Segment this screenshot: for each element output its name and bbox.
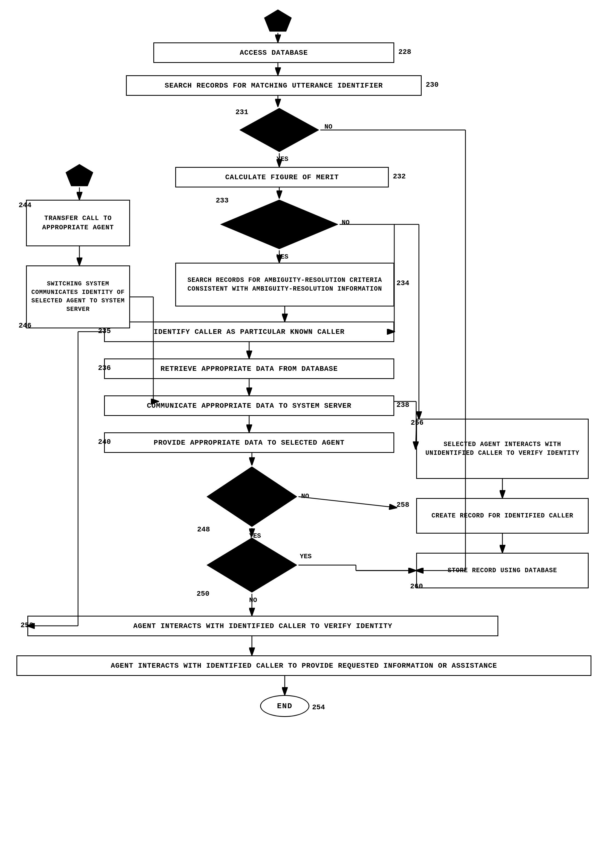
ref-260: 260 xyxy=(410,582,423,591)
ref-256: 256 xyxy=(411,418,424,427)
terminal-end: END xyxy=(260,695,309,717)
svg-line-25 xyxy=(298,497,396,508)
box-256: SELECTED AGENT INTERACTS WITH UNIDENTIFI… xyxy=(416,418,588,479)
ref-232: 232 xyxy=(393,172,406,181)
ref-233-num: 233 xyxy=(216,197,228,205)
yes-acceptable-label: YES xyxy=(300,553,312,560)
box-238: COMMUNICATE APPROPRIATE DATA TO SYSTEM S… xyxy=(104,395,394,416)
box-232: CALCULATE FIGURE OF MERIT xyxy=(175,167,389,188)
box-252: AGENT INTERACTS WITH IDENTIFIED CALLER T… xyxy=(27,616,498,636)
ref-248: 248 xyxy=(197,525,210,533)
diamond-ambiguous: IDENTIFICATION AMBIGUOUS? xyxy=(219,198,340,250)
yes-match-label: YES xyxy=(276,155,288,163)
box-258: CREATE RECORD FOR IDENTIFIED CALLER xyxy=(416,498,588,533)
ref-258: 258 xyxy=(396,501,409,509)
ref-238: 238 xyxy=(396,401,409,409)
ref-236: 236 xyxy=(98,364,111,372)
no-merit-label: NO xyxy=(301,493,309,500)
box-235: IDENTIFY CALLER AS PARTICULAR KNOWN CALL… xyxy=(104,322,394,342)
box-240: PROVIDE APPROPRIATE DATA TO SELECTED AGE… xyxy=(104,432,394,453)
yes-ambiguous-label: YES xyxy=(276,253,288,260)
ref-252: 252 xyxy=(20,621,33,629)
no-ambiguous-label: NO xyxy=(342,219,349,226)
ref-234: 234 xyxy=(396,279,409,287)
ref-240: 240 xyxy=(98,438,111,446)
box-230: SEARCH RECORDS FOR MATCHING UTTERANCE ID… xyxy=(126,75,422,96)
box-234: SEARCH RECORDS FOR AMBIGUITY-RESOLUTION … xyxy=(175,263,394,307)
pentagon-A: A xyxy=(64,163,95,188)
no-acceptable-label: NO xyxy=(249,597,257,604)
diamond-merit: FIGUREOF MERITPROVIDED? xyxy=(205,465,298,528)
ref-244: 244 xyxy=(19,201,31,209)
no-match-label: NO xyxy=(324,123,332,130)
ref-228: 228 xyxy=(398,48,411,56)
box-228: ACCESS DATABASE xyxy=(153,42,394,63)
box-final: AGENT INTERACTS WITH IDENTIFIED CALLER T… xyxy=(16,656,591,676)
ref-250: 250 xyxy=(197,590,210,598)
start-node-B: B xyxy=(263,8,293,33)
box-236: RETRIEVE APPROPRIATE DATA FROM DATABASE xyxy=(104,358,394,379)
box-260: STORE RECORD USING DATABASE xyxy=(416,553,588,588)
diamond-acceptable: ACCEPTABLE? xyxy=(205,536,298,594)
diamond-match: MATCH? xyxy=(238,107,320,153)
box-244: TRANSFER CALL TO APPROPRIATE AGENT xyxy=(26,200,130,246)
ref-230: 230 xyxy=(426,81,439,89)
box-246: SWITCHING SYSTEM COMMUNICATES IDENTITY O… xyxy=(26,265,130,329)
ref-246: 246 xyxy=(19,322,31,330)
ref-254: 254 xyxy=(312,703,325,711)
